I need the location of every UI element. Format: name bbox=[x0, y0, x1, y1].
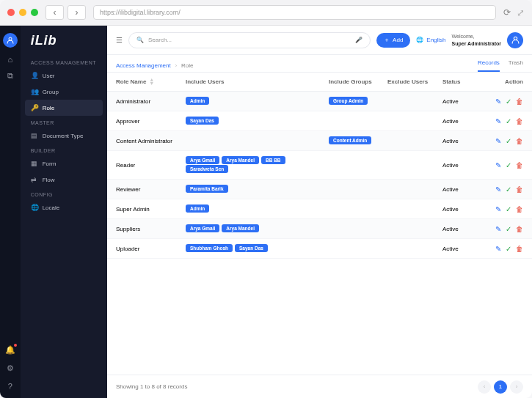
col-include-users[interactable]: Include Users bbox=[186, 78, 329, 85]
col-status[interactable]: Status bbox=[442, 78, 483, 85]
user-chip[interactable]: Sayan Das bbox=[235, 244, 268, 252]
rail: ⌂ ⧉ 🔔 ⚙ ? bbox=[0, 26, 21, 398]
sidebar-item-flow[interactable]: ⇄Flow bbox=[21, 172, 107, 188]
window-minimize[interactable] bbox=[19, 9, 26, 16]
trash-icon[interactable]: 🗑 bbox=[516, 225, 523, 233]
sidebar-item-group[interactable]: 👥Group bbox=[21, 84, 107, 100]
window-maximize[interactable] bbox=[31, 9, 38, 16]
user-chip[interactable]: BB BB bbox=[261, 156, 285, 164]
trash-icon[interactable]: 🗑 bbox=[516, 137, 523, 145]
sidebar-item-form[interactable]: ▦Form bbox=[21, 155, 107, 172]
trash-icon[interactable]: 🗑 bbox=[516, 97, 523, 106]
prev-page-button[interactable]: ‹ bbox=[478, 380, 491, 394]
expand-button[interactable]: ⤢ bbox=[517, 7, 525, 18]
trash-icon[interactable]: 🗑 bbox=[516, 245, 523, 253]
user-chip[interactable]: Sayan Das bbox=[186, 117, 219, 125]
records-summary: Showing 1 to 8 of 8 records bbox=[116, 383, 187, 390]
user-chip[interactable]: Arya Gmail bbox=[186, 156, 219, 164]
include-groups-cell: Group Admin bbox=[329, 97, 387, 106]
welcome-label: Welcome, bbox=[452, 33, 501, 40]
rail-home-icon[interactable]: ⌂ bbox=[7, 55, 12, 64]
trash-icon[interactable]: 🗑 bbox=[516, 185, 523, 194]
shield-icon[interactable]: ✓ bbox=[506, 205, 511, 213]
status-cell: Active bbox=[442, 186, 483, 193]
next-page-button[interactable]: › bbox=[510, 380, 523, 394]
col-role-name[interactable]: Role Name▲▼ bbox=[116, 78, 186, 85]
shield-icon[interactable]: ✓ bbox=[506, 185, 511, 194]
nav-section-title: ACCESS MANAGEMENT bbox=[21, 56, 107, 67]
page-1-button[interactable]: 1 bbox=[494, 380, 507, 394]
sidebar-item-locale[interactable]: 🌐Locale bbox=[21, 199, 107, 215]
shield-icon[interactable]: ✓ bbox=[506, 245, 511, 253]
user-icon bbox=[6, 36, 15, 45]
col-include-groups[interactable]: Include Groups bbox=[329, 78, 387, 85]
pagination: ‹ 1 › bbox=[478, 380, 523, 394]
include-users-cell: Sayan Das bbox=[186, 117, 329, 125]
edit-icon[interactable]: ✎ bbox=[495, 225, 501, 233]
edit-icon[interactable]: ✎ bbox=[495, 205, 501, 213]
key-icon: 🔑 bbox=[31, 104, 38, 111]
notifications-icon[interactable]: 🔔 bbox=[5, 345, 15, 355]
include-groups-cell: Content Admin bbox=[329, 136, 387, 145]
tabs: Records Trash bbox=[478, 59, 523, 72]
topbar: ☰ 🔍 Search... 🎤 ＋ Add 🌐 English Welcome,… bbox=[107, 26, 532, 55]
user-chip[interactable]: Arya Gmail bbox=[186, 224, 219, 232]
mic-icon[interactable]: 🎤 bbox=[355, 37, 362, 43]
settings-icon[interactable]: ⚙ bbox=[7, 364, 14, 373]
back-button[interactable]: ‹ bbox=[45, 5, 64, 20]
status-cell: Active bbox=[442, 98, 483, 105]
action-cell: ✎✓🗑 bbox=[483, 97, 523, 106]
edit-icon[interactable]: ✎ bbox=[495, 245, 501, 253]
user-chip[interactable]: Admin bbox=[186, 204, 209, 213]
shield-icon[interactable]: ✓ bbox=[506, 137, 511, 145]
refresh-button[interactable]: ⟳ bbox=[503, 7, 511, 18]
help-icon[interactable]: ? bbox=[8, 382, 12, 391]
footer: Showing 1 to 8 of 8 records ‹ 1 › bbox=[107, 375, 532, 398]
hamburger-icon[interactable]: ☰ bbox=[116, 36, 123, 44]
language-button[interactable]: 🌐 English bbox=[416, 37, 445, 43]
user-name: Super Administrator bbox=[452, 40, 501, 47]
group-chip[interactable]: Content Admin bbox=[329, 136, 371, 144]
window-close[interactable] bbox=[7, 9, 15, 16]
rail-avatar[interactable] bbox=[3, 33, 18, 48]
trash-icon[interactable]: 🗑 bbox=[516, 205, 523, 213]
shield-icon[interactable]: ✓ bbox=[506, 225, 511, 233]
edit-icon[interactable]: ✎ bbox=[495, 117, 501, 125]
user-chip[interactable]: Paramita Barik bbox=[186, 185, 228, 193]
breadcrumb-parent[interactable]: Access Management bbox=[116, 62, 171, 69]
edit-icon[interactable]: ✎ bbox=[495, 185, 501, 194]
user-chip[interactable]: Arya Mandel bbox=[222, 156, 259, 164]
sidebar-item-user[interactable]: 👤User bbox=[21, 67, 107, 84]
plus-icon: ＋ bbox=[384, 36, 390, 44]
forward-button[interactable]: › bbox=[68, 5, 86, 20]
table-row: ApproverSayan DasActive✎✓🗑 bbox=[107, 111, 532, 131]
rail-dashboard-icon[interactable]: ⧉ bbox=[7, 71, 13, 81]
role-name-cell: Suppliers bbox=[116, 226, 186, 232]
tab-trash[interactable]: Trash bbox=[509, 59, 523, 72]
edit-icon[interactable]: ✎ bbox=[495, 97, 501, 106]
user-chip[interactable]: Arya Mandel bbox=[222, 224, 259, 232]
user-chip[interactable]: Shubham Ghosh bbox=[186, 244, 233, 252]
user-chip[interactable]: Admin bbox=[186, 97, 209, 105]
user-chip[interactable]: Saradweta Sen bbox=[186, 165, 228, 173]
top-avatar[interactable] bbox=[507, 32, 523, 48]
edit-icon[interactable]: ✎ bbox=[495, 161, 501, 169]
status-cell: Active bbox=[442, 206, 483, 213]
sidebar-item-label: User bbox=[43, 73, 55, 79]
breadcrumb-current: Role bbox=[181, 62, 193, 69]
edit-icon[interactable]: ✎ bbox=[495, 137, 501, 145]
shield-icon[interactable]: ✓ bbox=[506, 117, 511, 125]
shield-icon[interactable]: ✓ bbox=[506, 161, 511, 169]
search-input[interactable]: 🔍 Search... 🎤 bbox=[128, 32, 371, 48]
sidebar-item-label: Flow bbox=[43, 177, 55, 183]
group-chip[interactable]: Group Admin bbox=[329, 97, 368, 105]
sidebar-item-role[interactable]: 🔑Role bbox=[25, 100, 103, 116]
sidebar-item-document-type[interactable]: ▤Document Type bbox=[21, 128, 107, 144]
trash-icon[interactable]: 🗑 bbox=[516, 161, 523, 169]
url-bar[interactable]: https://ilibdigital.library.com/ bbox=[93, 5, 496, 20]
tab-records[interactable]: Records bbox=[478, 59, 500, 72]
col-exclude-users[interactable]: Exclude Users bbox=[387, 78, 442, 85]
trash-icon[interactable]: 🗑 bbox=[516, 117, 523, 125]
shield-icon[interactable]: ✓ bbox=[506, 97, 511, 106]
add-button[interactable]: ＋ Add bbox=[376, 33, 410, 48]
